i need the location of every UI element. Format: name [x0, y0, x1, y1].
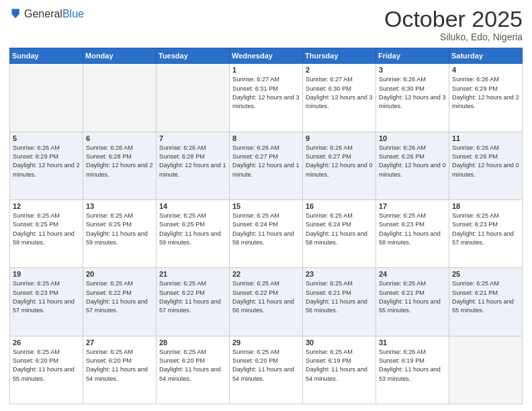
day-number: 30 — [306, 338, 373, 347]
day-number: 13 — [86, 202, 153, 210]
title-block: October 2025 Siluko, Edo, Nigeria — [384, 7, 523, 42]
day-detail: Sunrise: 6:26 AMSunset: 6:19 PMDaylight:… — [379, 348, 446, 383]
calendar-day-cell: 31Sunrise: 6:26 AMSunset: 6:19 PMDayligh… — [376, 336, 449, 404]
day-detail: Sunrise: 6:25 AMSunset: 6:23 PMDaylight:… — [13, 279, 80, 315]
day-number: 18 — [452, 202, 519, 210]
day-detail: Sunrise: 6:26 AMSunset: 6:28 PMDaylight:… — [159, 144, 226, 179]
day-number: 29 — [232, 338, 300, 347]
calendar-day-cell: 1Sunrise: 6:27 AMSunset: 6:31 PMDaylight… — [230, 64, 303, 132]
day-detail: Sunrise: 6:25 AMSunset: 6:24 PMDaylight:… — [232, 212, 300, 247]
calendar-day-cell: 18Sunrise: 6:25 AMSunset: 6:23 PMDayligh… — [449, 200, 523, 268]
weekday-header: Tuesday — [157, 48, 230, 64]
day-number: 3 — [379, 66, 446, 74]
day-number: 25 — [452, 270, 519, 278]
calendar-day-cell — [83, 64, 157, 132]
day-number: 22 — [232, 270, 300, 278]
day-detail: Sunrise: 6:25 AMSunset: 6:25 PMDaylight:… — [159, 212, 226, 247]
day-detail: Sunrise: 6:26 AMSunset: 6:29 PMDaylight:… — [452, 75, 519, 111]
location: Siluko, Edo, Nigeria — [384, 32, 523, 42]
day-number: 16 — [306, 202, 373, 210]
day-detail: Sunrise: 6:25 AMSunset: 6:23 PMDaylight:… — [379, 212, 446, 247]
calendar-header-row: SundayMondayTuesdayWednesdayThursdayFrid… — [10, 48, 523, 64]
calendar-day-cell: 23Sunrise: 6:25 AMSunset: 6:21 PMDayligh… — [303, 268, 376, 336]
day-detail: Sunrise: 6:27 AMSunset: 6:31 PMDaylight:… — [232, 75, 300, 111]
month-title: October 2025 — [384, 7, 523, 32]
day-detail: Sunrise: 6:26 AMSunset: 6:27 PMDaylight:… — [306, 144, 373, 179]
day-number: 17 — [379, 202, 446, 210]
logo-icon — [9, 7, 21, 21]
day-number: 28 — [159, 338, 226, 347]
logo: GeneralBlue — [9, 7, 84, 21]
day-detail: Sunrise: 6:26 AMSunset: 6:27 PMDaylight:… — [232, 144, 300, 179]
day-number: 23 — [306, 270, 373, 278]
day-detail: Sunrise: 6:26 AMSunset: 6:28 PMDaylight:… — [86, 144, 153, 179]
day-detail: Sunrise: 6:25 AMSunset: 6:21 PMDaylight:… — [452, 279, 519, 315]
calendar-day-cell: 16Sunrise: 6:25 AMSunset: 6:24 PMDayligh… — [303, 200, 376, 268]
day-number: 27 — [86, 338, 153, 347]
day-number: 21 — [159, 270, 226, 278]
day-number: 6 — [86, 134, 153, 142]
day-number: 19 — [13, 270, 80, 278]
calendar-week-row: 19Sunrise: 6:25 AMSunset: 6:23 PMDayligh… — [10, 268, 523, 336]
calendar-day-cell: 15Sunrise: 6:25 AMSunset: 6:24 PMDayligh… — [230, 200, 303, 268]
day-number: 20 — [86, 270, 153, 278]
day-number: 2 — [306, 66, 373, 74]
day-detail: Sunrise: 6:25 AMSunset: 6:25 PMDaylight:… — [13, 212, 80, 247]
weekday-header: Friday — [376, 48, 449, 64]
day-detail: Sunrise: 6:25 AMSunset: 6:22 PMDaylight:… — [86, 279, 153, 315]
weekday-header: Thursday — [303, 48, 376, 64]
day-detail: Sunrise: 6:25 AMSunset: 6:20 PMDaylight:… — [159, 348, 226, 383]
logo-text: GeneralBlue — [24, 8, 84, 20]
calendar-day-cell: 12Sunrise: 6:25 AMSunset: 6:25 PMDayligh… — [10, 200, 83, 268]
day-detail: Sunrise: 6:25 AMSunset: 6:23 PMDaylight:… — [452, 212, 519, 247]
calendar-day-cell: 28Sunrise: 6:25 AMSunset: 6:20 PMDayligh… — [157, 336, 230, 404]
calendar-day-cell: 4Sunrise: 6:26 AMSunset: 6:29 PMDaylight… — [449, 64, 523, 132]
calendar-day-cell: 22Sunrise: 6:25 AMSunset: 6:22 PMDayligh… — [230, 268, 303, 336]
day-number: 7 — [159, 134, 226, 142]
calendar-day-cell: 24Sunrise: 6:25 AMSunset: 6:21 PMDayligh… — [376, 268, 449, 336]
calendar-day-cell: 10Sunrise: 6:26 AMSunset: 6:26 PMDayligh… — [376, 132, 449, 199]
page-header: GeneralBlue October 2025 Siluko, Edo, Ni… — [9, 7, 523, 42]
calendar-day-cell: 2Sunrise: 6:27 AMSunset: 6:30 PMDaylight… — [303, 64, 376, 132]
calendar-day-cell: 19Sunrise: 6:25 AMSunset: 6:23 PMDayligh… — [10, 268, 83, 336]
calendar-day-cell: 13Sunrise: 6:25 AMSunset: 6:25 PMDayligh… — [83, 200, 157, 268]
day-detail: Sunrise: 6:25 AMSunset: 6:21 PMDaylight:… — [379, 279, 446, 315]
day-detail: Sunrise: 6:26 AMSunset: 6:29 PMDaylight:… — [13, 144, 80, 179]
day-detail: Sunrise: 6:25 AMSunset: 6:20 PMDaylight:… — [86, 348, 153, 383]
calendar-day-cell: 26Sunrise: 6:25 AMSunset: 6:20 PMDayligh… — [10, 336, 83, 404]
day-number: 26 — [13, 338, 80, 347]
calendar-table: SundayMondayTuesdayWednesdayThursdayFrid… — [9, 48, 523, 404]
day-number: 12 — [13, 202, 80, 210]
day-number: 4 — [452, 66, 519, 74]
calendar-day-cell: 7Sunrise: 6:26 AMSunset: 6:28 PMDaylight… — [157, 132, 230, 199]
day-detail: Sunrise: 6:25 AMSunset: 6:21 PMDaylight:… — [306, 279, 373, 315]
day-detail: Sunrise: 6:27 AMSunset: 6:30 PMDaylight:… — [306, 75, 373, 111]
day-number: 15 — [232, 202, 300, 210]
day-number: 31 — [379, 338, 446, 347]
weekday-header: Wednesday — [230, 48, 303, 64]
day-number: 9 — [306, 134, 373, 142]
day-number: 14 — [159, 202, 226, 210]
calendar-week-row: 12Sunrise: 6:25 AMSunset: 6:25 PMDayligh… — [10, 200, 523, 268]
calendar-day-cell: 11Sunrise: 6:26 AMSunset: 6:26 PMDayligh… — [449, 132, 523, 199]
day-number: 5 — [13, 134, 80, 142]
calendar-week-row: 1Sunrise: 6:27 AMSunset: 6:31 PMDaylight… — [10, 64, 523, 132]
day-detail: Sunrise: 6:25 AMSunset: 6:24 PMDaylight:… — [306, 212, 373, 247]
day-detail: Sunrise: 6:26 AMSunset: 6:26 PMDaylight:… — [379, 144, 446, 179]
day-detail: Sunrise: 6:25 AMSunset: 6:20 PMDaylight:… — [13, 348, 80, 383]
calendar-day-cell — [10, 64, 83, 132]
day-number: 1 — [232, 66, 300, 74]
day-number: 11 — [452, 134, 519, 142]
calendar-day-cell: 6Sunrise: 6:26 AMSunset: 6:28 PMDaylight… — [83, 132, 157, 199]
day-detail: Sunrise: 6:25 AMSunset: 6:19 PMDaylight:… — [306, 348, 373, 383]
day-detail: Sunrise: 6:25 AMSunset: 6:22 PMDaylight:… — [232, 279, 300, 315]
calendar-week-row: 26Sunrise: 6:25 AMSunset: 6:20 PMDayligh… — [10, 336, 523, 404]
day-detail: Sunrise: 6:25 AMSunset: 6:22 PMDaylight:… — [159, 279, 226, 315]
weekday-header: Sunday — [10, 48, 83, 64]
calendar-day-cell — [157, 64, 230, 132]
calendar-day-cell: 8Sunrise: 6:26 AMSunset: 6:27 PMDaylight… — [230, 132, 303, 199]
day-detail: Sunrise: 6:25 AMSunset: 6:20 PMDaylight:… — [232, 348, 300, 383]
day-detail: Sunrise: 6:26 AMSunset: 6:26 PMDaylight:… — [452, 144, 519, 179]
calendar-day-cell: 9Sunrise: 6:26 AMSunset: 6:27 PMDaylight… — [303, 132, 376, 199]
calendar-day-cell: 25Sunrise: 6:25 AMSunset: 6:21 PMDayligh… — [449, 268, 523, 336]
